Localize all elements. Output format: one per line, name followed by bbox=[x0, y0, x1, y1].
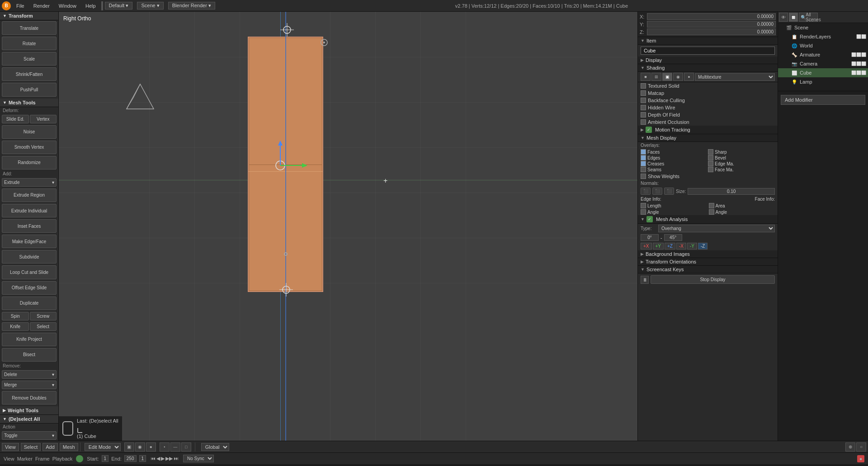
mesh-analysis-header[interactable]: ▼ ✓ Mesh Analysis bbox=[638, 215, 778, 224]
overlay-seams-check[interactable] bbox=[641, 167, 646, 172]
angle-edge-check[interactable] bbox=[641, 209, 646, 215]
mesh-tools-header[interactable]: ▼ Mesh Tools bbox=[0, 99, 58, 107]
normals-btn-2[interactable]: ⬛ bbox=[652, 188, 662, 195]
toolbar-proportional[interactable]: ○ bbox=[856, 442, 866, 452]
btn-extrude-region[interactable]: Extrude Region bbox=[2, 188, 57, 202]
range-min[interactable]: 0° bbox=[641, 234, 659, 241]
menu-window[interactable]: Window bbox=[55, 2, 80, 9]
shading-btn-wire[interactable]: ⊞ bbox=[651, 73, 661, 81]
viewport-shading-1[interactable]: ▣ bbox=[124, 442, 134, 452]
overlay-bevel-check[interactable] bbox=[708, 155, 713, 160]
skip-fwd-btn[interactable]: ⏭ bbox=[174, 456, 179, 461]
axis-plus-z[interactable]: +Z bbox=[665, 243, 675, 249]
axis-neg-y[interactable]: -Y bbox=[687, 243, 697, 249]
stop-display-btn[interactable]: Stop Display bbox=[651, 275, 775, 284]
overlay-faces-check[interactable] bbox=[641, 149, 646, 155]
toolbar-add[interactable]: Add bbox=[42, 443, 58, 451]
normals-btn-3[interactable]: ⬛ bbox=[664, 188, 674, 195]
area-check[interactable] bbox=[709, 203, 714, 208]
angle-face-check[interactable] bbox=[709, 209, 714, 215]
depth-of-field-checkbox[interactable] bbox=[641, 112, 646, 118]
mesh-display-header[interactable]: ▼ Mesh Display bbox=[638, 134, 778, 142]
btn-screw[interactable]: Screw bbox=[30, 312, 57, 320]
end-frame-input[interactable]: 250 bbox=[124, 455, 137, 462]
timeline-frame[interactable]: Frame bbox=[35, 456, 50, 461]
menu-render[interactable]: Render bbox=[30, 2, 53, 9]
tab-scene[interactable]: 🔲 bbox=[789, 13, 798, 22]
btn-extrude-individual[interactable]: Extrude Individual bbox=[2, 204, 57, 217]
tree-camera[interactable]: 📷 Camera ⬜⬜⬜ bbox=[778, 59, 868, 68]
overlay-face-ma-check[interactable] bbox=[708, 167, 713, 172]
type-select[interactable]: Overhang bbox=[658, 225, 775, 232]
btn-rotate[interactable]: Rotate bbox=[2, 37, 57, 50]
shading-btn-solid[interactable]: ■ bbox=[641, 73, 651, 81]
btn-slide-ed[interactable]: Slide Ed. bbox=[2, 115, 29, 123]
axis-plus-y[interactable]: +Y bbox=[653, 243, 664, 249]
tree-cube[interactable]: ⬜ Cube ⬜⬜⬜ bbox=[778, 68, 868, 77]
timeline-view[interactable]: View bbox=[4, 456, 14, 461]
btn-duplicate[interactable]: Duplicate bbox=[2, 297, 57, 310]
tree-renderlayers[interactable]: 📋 RenderLayers ⬜⬜ bbox=[778, 32, 868, 41]
sync-select[interactable]: No Sync bbox=[183, 455, 214, 462]
btn-remove-doubles[interactable]: Remove Doubles bbox=[2, 391, 57, 405]
shading-section-header[interactable]: ▼ Shading bbox=[638, 64, 778, 72]
tab-all-scenes[interactable]: All Scenes bbox=[809, 13, 818, 22]
axis-plus-x[interactable]: +X bbox=[641, 243, 652, 249]
tree-world[interactable]: 🌐 World bbox=[778, 41, 868, 50]
viewport[interactable]: Right Ortho bbox=[59, 12, 637, 441]
btn-vertex[interactable]: Vertex bbox=[30, 115, 57, 123]
btn-scale[interactable]: Scale bbox=[2, 52, 57, 66]
btn-loop-cut-slide[interactable]: Loop Cut and Slide bbox=[2, 265, 57, 279]
overlay-edges-check[interactable] bbox=[641, 155, 646, 160]
menu-help[interactable]: Help bbox=[82, 2, 99, 9]
coord-x-input[interactable]: 0.00000 bbox=[647, 13, 776, 20]
transform-header[interactable]: ▼ Transform bbox=[0, 12, 58, 20]
btn-inset-faces[interactable]: Inset Faces bbox=[2, 219, 57, 233]
step-fwd-btn[interactable]: ▶▶ bbox=[165, 456, 173, 461]
btn-select[interactable]: Select bbox=[30, 322, 57, 331]
axis-neg-z[interactable]: -Z bbox=[698, 243, 708, 249]
btn-offset-edge-slide[interactable]: Offset Edge Slide bbox=[2, 281, 57, 295]
btn-knife[interactable]: Knife bbox=[2, 322, 29, 331]
screencast-keys-header[interactable]: ▼ Screencast Keys bbox=[638, 266, 778, 273]
timeline-playback[interactable]: Playback bbox=[52, 456, 73, 461]
tree-armature[interactable]: 🦴 Armature ⬜⬜⬜ bbox=[778, 50, 868, 59]
btn-translate[interactable]: Translate bbox=[2, 21, 57, 35]
btn-shrink-fatten[interactable]: Shrink/Fatten bbox=[2, 67, 57, 81]
weight-tools-header[interactable]: ▶ Weight Tools bbox=[0, 406, 58, 415]
multitexture-select[interactable]: Multitexture bbox=[695, 73, 775, 81]
btn-smooth-vertex[interactable]: Smooth Vertex bbox=[2, 141, 57, 154]
btn-make-edge-face[interactable]: Make Edge/Face bbox=[2, 235, 57, 248]
btn-bisect[interactable]: Bisect bbox=[2, 348, 57, 362]
timeline-marker[interactable]: Marker bbox=[17, 456, 33, 461]
range-max[interactable]: 45° bbox=[664, 234, 682, 241]
start-frame-input[interactable]: 1 bbox=[102, 455, 109, 462]
backface-culling-checkbox[interactable] bbox=[641, 98, 646, 103]
shading-btn-texture[interactable]: ▣ bbox=[662, 73, 672, 81]
textured-solid-checkbox[interactable] bbox=[641, 83, 646, 89]
btn-toggle[interactable]: Toggle ▾ bbox=[2, 431, 57, 440]
btn-push-pull[interactable]: PushPull bbox=[2, 83, 57, 96]
pause-icon[interactable]: ⏸ bbox=[641, 276, 649, 284]
add-modifier-btn[interactable]: Add Modifier bbox=[781, 95, 865, 105]
matcap-checkbox[interactable] bbox=[641, 90, 646, 96]
scene-selector[interactable]: Scene ▾ bbox=[137, 2, 163, 9]
edit-mode-select[interactable]: Edit Mode bbox=[85, 443, 121, 451]
shading-btn-render[interactable]: ● bbox=[684, 73, 694, 81]
overlay-creases-check[interactable] bbox=[641, 161, 646, 166]
btn-spin[interactable]: Spin bbox=[2, 312, 29, 320]
toolbar-select[interactable]: Select bbox=[21, 443, 41, 451]
ambient-occlusion-checkbox[interactable] bbox=[641, 119, 646, 125]
normals-btn-1[interactable]: ⬛ bbox=[641, 188, 651, 195]
menu-file[interactable]: File bbox=[13, 2, 28, 9]
axis-neg-x[interactable]: -X bbox=[676, 243, 686, 249]
skip-back-btn[interactable]: ⏮ bbox=[151, 456, 156, 461]
engine-selector[interactable]: Blender Render ▾ bbox=[168, 2, 215, 9]
mesh-select-vert[interactable]: • bbox=[160, 442, 170, 452]
toolbar-view[interactable]: View bbox=[2, 443, 19, 451]
btn-randomize[interactable]: Randomize bbox=[2, 156, 57, 169]
btn-subdivide[interactable]: Subdivide bbox=[2, 250, 57, 264]
btn-noise[interactable]: Noise bbox=[2, 125, 57, 139]
workspace-selector[interactable]: Default ▾ bbox=[105, 2, 133, 9]
toolbar-snap[interactable]: ⊕ bbox=[845, 442, 855, 452]
